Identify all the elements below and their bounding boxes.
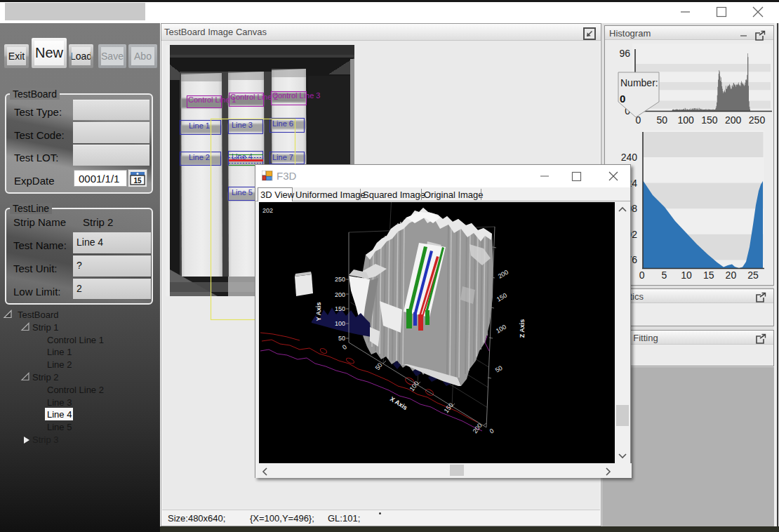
svg-text:50: 50: [657, 114, 668, 126]
svg-text:Z Axis: Z Axis: [519, 319, 526, 338]
svg-text:150: 150: [335, 305, 345, 312]
svg-text:0: 0: [639, 270, 645, 281]
svg-text:100: 100: [335, 320, 345, 327]
svg-text:50: 50: [338, 335, 345, 342]
svg-text:15: 15: [703, 270, 714, 281]
svg-text:96: 96: [619, 48, 630, 59]
svg-text:5: 5: [661, 270, 667, 281]
svg-text:Line 2: Line 2: [189, 153, 210, 161]
svg-text:15: 15: [133, 177, 142, 185]
svg-text:10: 10: [681, 270, 692, 281]
svg-text:Number:: Number:: [620, 77, 658, 88]
svg-text:250: 250: [749, 114, 766, 126]
svg-text:25: 25: [747, 270, 759, 281]
svg-text:Line 1: Line 1: [189, 121, 210, 130]
svg-text:200: 200: [335, 291, 345, 298]
svg-text:0: 0: [620, 93, 625, 105]
svg-text:250: 250: [335, 276, 345, 283]
svg-text:20: 20: [726, 270, 737, 281]
svg-text:Control Line 1: Control Line 1: [188, 95, 237, 104]
svg-text:150: 150: [701, 114, 718, 126]
svg-text:Control Line 2: Control Line 2: [230, 93, 279, 101]
svg-text:Y Axis: Y Axis: [315, 302, 322, 321]
svg-text:202: 202: [262, 207, 273, 214]
svg-text:100: 100: [677, 114, 694, 126]
svg-text:200: 200: [725, 114, 742, 126]
svg-text:Control Line 3: Control Line 3: [272, 91, 321, 100]
svg-text:240: 240: [621, 152, 638, 163]
